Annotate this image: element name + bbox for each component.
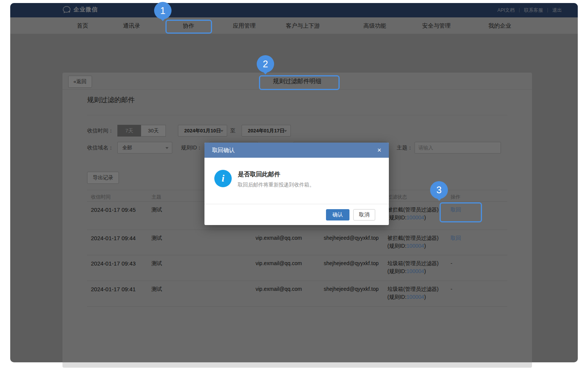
info-icon: i [214,170,232,187]
close-icon[interactable]: × [375,143,384,158]
dialog-description: 取回后邮件将重新投递到收件箱。 [238,182,315,188]
confirm-button[interactable]: 确认 [326,209,349,220]
dialog-footer: 确认 取消 [204,204,389,225]
dialog-message: 是否取回此邮件 取回后邮件将重新投递到收件箱。 [238,170,315,188]
dialog-body: i 是否取回此邮件 取回后邮件将重新投递到收件箱。 [204,158,389,188]
annotation-box-recall [440,202,482,222]
recall-confirm-dialog: 取回确认 × i 是否取回此邮件 取回后邮件将重新投递到收件箱。 确认 取消 [204,143,389,225]
annotation-box-page-title [259,75,340,90]
balloon-tail-icon [263,72,268,75]
annotation-step-number: 1 [160,5,165,16]
balloon-tail-icon [437,198,441,201]
screenshot-canvas: 企业微信 API文档 联系客服 退出 首页 通讯录 协作 1 应用 [0,0,588,368]
annotation-step-number: 3 [437,185,442,195]
dialog-question: 是否取回此邮件 [238,171,315,179]
annotation-balloon-1: 1 [154,2,172,19]
dialog-title: 取回确认 [212,143,235,158]
annotation-box-collaboration [165,20,212,34]
annotation-balloon-2: 2 [257,55,274,73]
dialog-header: 取回确认 × [204,143,389,158]
annotation-step-number: 2 [263,59,268,69]
balloon-tail-icon [161,19,165,21]
cancel-button[interactable]: 取消 [353,209,375,220]
annotation-balloon-3: 3 [430,181,448,199]
